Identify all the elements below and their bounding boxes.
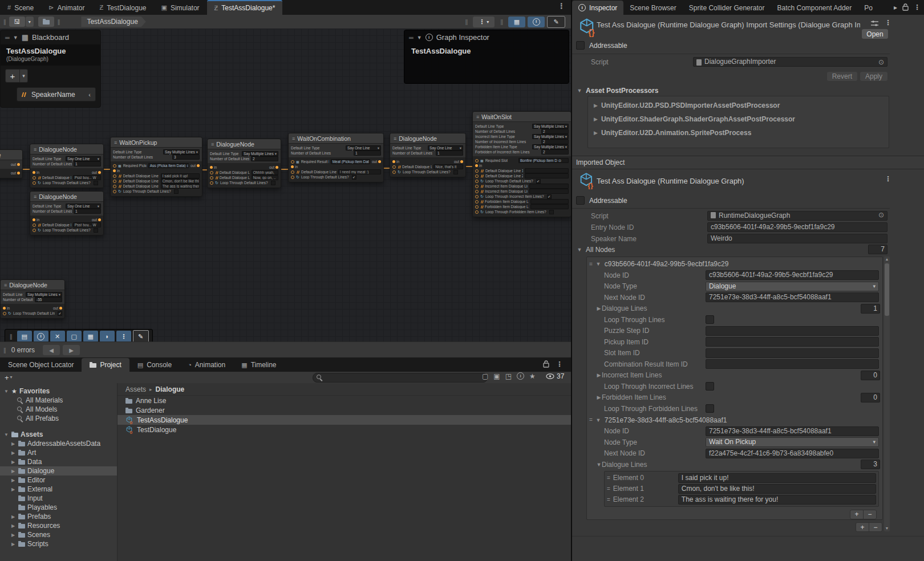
graph-node-startnode[interactable]: StartNode out out bbox=[0, 149, 23, 178]
node-dropdown[interactable]: Say Multiple Lines▾ bbox=[532, 134, 569, 139]
text-field[interactable] bbox=[706, 348, 879, 358]
dialogue-line-field[interactable]: I said pick it up! bbox=[161, 173, 200, 178]
value-port[interactable] bbox=[113, 185, 116, 188]
out-port[interactable] bbox=[98, 171, 101, 174]
value-port[interactable] bbox=[475, 205, 479, 209]
graph-tool-board-button[interactable] bbox=[83, 331, 98, 342]
graph-tool-info-button[interactable] bbox=[34, 331, 48, 342]
out-port[interactable] bbox=[17, 172, 20, 174]
tab-po[interactable]: Po bbox=[858, 1, 879, 15]
dialogue-line-field[interactable]: Cmon, don't be like this! bbox=[161, 178, 200, 184]
expand-property-icon[interactable]: ‹ bbox=[88, 91, 91, 98]
checkbox[interactable] bbox=[706, 404, 714, 413]
apply-button[interactable]: Apply bbox=[860, 72, 887, 81]
in-port[interactable] bbox=[33, 171, 35, 174]
toggle-edit-button[interactable] bbox=[547, 16, 565, 28]
node-number-field[interactable]: -55 bbox=[35, 297, 62, 302]
header-kebab-icon[interactable] bbox=[885, 19, 891, 26]
foldout-dialogue-lines[interactable]: ▶Dialogue Lines1 bbox=[589, 303, 880, 315]
save-button[interactable]: 🖫 bbox=[9, 17, 25, 27]
node-number-field[interactable]: 3 bbox=[172, 155, 200, 160]
in-port[interactable] bbox=[392, 160, 395, 163]
all-nodes-foldout[interactable]: ▼ All Nodes 7 bbox=[577, 245, 887, 254]
graph-node-waitonpickup[interactable]: WaitOnPickup Default Line TypeSay Multip… bbox=[110, 137, 202, 197]
visibility-count[interactable]: 37 bbox=[546, 372, 564, 380]
node-number-field[interactable]: 1 bbox=[354, 151, 381, 156]
text-field[interactable]: 7251e73e-38d3-44ff-a8c5-bcf54088aaf1 bbox=[706, 292, 879, 302]
node-checkbox[interactable] bbox=[94, 228, 98, 233]
out-port[interactable] bbox=[378, 160, 381, 163]
dropdown[interactable]: Dialogue▾ bbox=[706, 282, 879, 291]
graph-node-dialoguenode[interactable]: DialogueNode Default Line TypeSay Multip… bbox=[207, 139, 281, 188]
value-port[interactable] bbox=[392, 165, 396, 169]
script-field[interactable]: DialogueGraphImporter bbox=[693, 57, 887, 67]
tree-item-addressableassetsdata[interactable]: ▶AddressableAssetsData bbox=[0, 439, 117, 448]
prev-error-button[interactable]: ◀ bbox=[43, 345, 60, 355]
node-number-field[interactable]: 2 bbox=[541, 139, 569, 144]
presets-icon[interactable] bbox=[871, 21, 878, 29]
node-dropdown[interactable]: Say One Line▾ bbox=[428, 145, 463, 151]
node-dropdown[interactable]: Say Multiple Lines▾ bbox=[163, 149, 200, 155]
add-property-dropdown-icon[interactable]: ▾ bbox=[20, 69, 28, 83]
object-kebab-icon[interactable] bbox=[885, 176, 891, 182]
node-checkbox[interactable]: ✓ bbox=[536, 179, 541, 184]
out-port[interactable] bbox=[460, 160, 463, 163]
tab-scene-browser[interactable]: Scene Browser bbox=[623, 1, 682, 15]
postprocessor-unityeditor-shadergraph-shadergraphassetpostprocessor[interactable]: ▶UnityEditor.ShaderGraph.ShaderGraphAsse… bbox=[588, 112, 889, 126]
in-port[interactable] bbox=[3, 307, 6, 310]
value-port[interactable] bbox=[475, 210, 479, 214]
value-port[interactable] bbox=[33, 181, 36, 185]
node-dropdown[interactable]: Say Multiple Lines▾ bbox=[26, 292, 62, 297]
blackboard-property-speakername[interactable]: SpeakerName ‹ bbox=[17, 87, 96, 101]
inspector-kebab-icon[interactable] bbox=[914, 4, 921, 11]
dialogue-line-field[interactable]: Psst boy... W bbox=[73, 222, 101, 227]
node-checkbox[interactable]: ✓ bbox=[58, 311, 62, 316]
all-nodes-count[interactable]: 7 bbox=[868, 245, 887, 254]
count-field[interactable]: 0 bbox=[861, 371, 880, 380]
asset-item-testassdialogue[interactable]: {}TestAssDialogue bbox=[117, 415, 571, 425]
tree-item-playables[interactable]: Playables bbox=[0, 503, 117, 512]
tree-item-assets-root[interactable]: ▼Assets bbox=[0, 430, 117, 439]
save-search-icon[interactable] bbox=[482, 373, 488, 380]
tab-scene-object-locator[interactable]: Scene Object Locator bbox=[0, 358, 82, 372]
count-field[interactable]: 1 bbox=[861, 304, 880, 314]
node-number-field[interactable]: 1 bbox=[436, 151, 463, 156]
tab-project[interactable]: Project bbox=[82, 358, 129, 372]
element-text-field[interactable]: The ass is waiting there for you! bbox=[678, 495, 876, 505]
text-field[interactable] bbox=[706, 337, 879, 347]
tab-timeline[interactable]: Timeline bbox=[233, 358, 284, 372]
graph-node-dialoguenode[interactable]: DialogueNode Default Line TypeSay One Li… bbox=[390, 133, 466, 177]
node-title[interactable]: DialogueNode bbox=[208, 139, 281, 149]
tree-item-all-materials[interactable]: All Materials bbox=[0, 396, 117, 405]
graph-node-waitonslot[interactable]: WaitOnSlot Default Line TypeSay Multiple… bbox=[472, 111, 571, 217]
count-field[interactable]: 0 bbox=[861, 393, 880, 403]
value-port[interactable] bbox=[113, 164, 116, 168]
next-error-button[interactable]: ▶ bbox=[63, 345, 80, 355]
text-field[interactable]: 7251e73e-38d3-44ff-a8c5-bcf54088aaf1 bbox=[706, 426, 879, 436]
dialogue-line-field[interactable] bbox=[530, 204, 569, 209]
tree-item-external[interactable]: ▶External bbox=[0, 485, 117, 494]
node-section-c93b5606[interactable]: =▼c93b5606-401f-49a2-99b5-9ecbf1fa9c29 bbox=[589, 258, 880, 270]
project-kebab-icon[interactable] bbox=[556, 360, 563, 368]
foldout-dialogue-lines[interactable]: ▼Dialogue Lines3 bbox=[589, 459, 880, 470]
graph-edge[interactable] bbox=[280, 169, 289, 170]
node-dropdown[interactable]: Say Multiple Lines▾ bbox=[242, 151, 278, 156]
field-entry-node-id[interactable]: c93b5606-401f-49a2-99b5-9ecbf1fa9c29 bbox=[707, 222, 887, 232]
node-dropdown[interactable]: Say Multiple Lines▾ bbox=[532, 144, 569, 149]
inspector-scrollbar[interactable]: ▲ ▼ bbox=[884, 257, 890, 531]
breadcrumb[interactable]: TestAssDialogue bbox=[81, 17, 145, 27]
breadcrumb-root[interactable]: Assets bbox=[125, 385, 146, 393]
remove-node-button[interactable]: − bbox=[869, 523, 882, 531]
out-port[interactable] bbox=[59, 307, 62, 310]
tree-item-editor[interactable]: ▶Editor bbox=[0, 475, 117, 485]
tab-animator[interactable]: Animator bbox=[41, 1, 92, 15]
out-port[interactable] bbox=[197, 164, 200, 167]
node-section-7251e73e[interactable]: =▼7251e73e-38d3-44ff-a8c5-bcf54088aaf1 bbox=[589, 414, 880, 426]
graph-node-waitoncombination[interactable]: WaitOnCombination Default Line TypeSay O… bbox=[288, 133, 384, 182]
checkbox[interactable] bbox=[706, 382, 714, 391]
value-port[interactable] bbox=[210, 176, 213, 180]
tab-inspector[interactable]: Inspector bbox=[572, 1, 623, 15]
search-by-label-icon[interactable] bbox=[505, 373, 512, 380]
dialogue-line-field[interactable]: Psst boy... W bbox=[73, 175, 101, 180]
tab-sprite-collider-generator[interactable]: Sprite Collider Generator bbox=[683, 1, 771, 15]
